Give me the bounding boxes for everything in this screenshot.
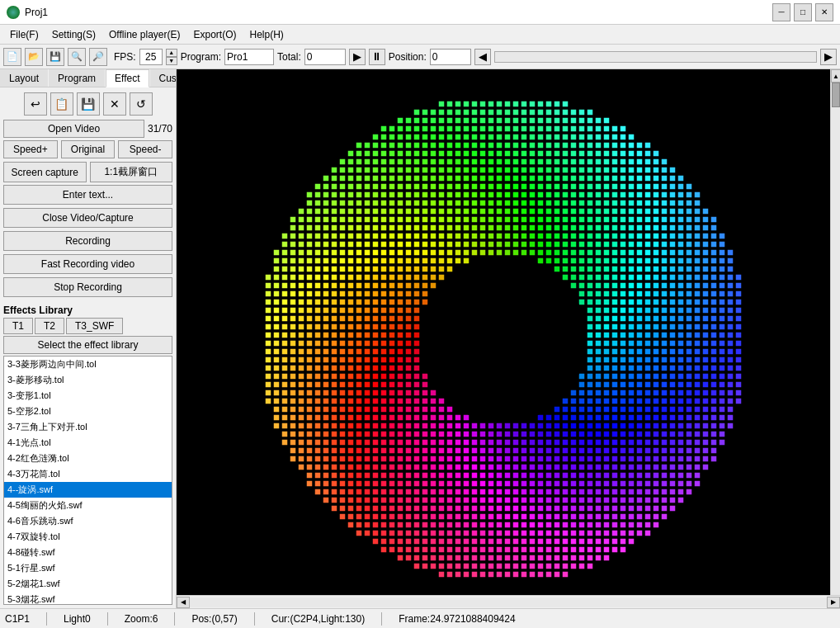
menu-file[interactable]: File(F) (3, 27, 45, 42)
video-count: 31/70 (148, 123, 172, 135)
status-div2 (107, 612, 108, 626)
status-bar: C1P1 Light0 Zoom:6 Pos:(0,57) Cur:(C2P4,… (0, 608, 840, 628)
menu-help[interactable]: Help(H) (243, 27, 290, 42)
pause-button[interactable]: ⏸ (369, 49, 385, 65)
status-div3 (174, 612, 175, 626)
recording-button[interactable]: Recording (3, 231, 172, 251)
minimize-button[interactable]: ─ (772, 3, 790, 21)
close-button[interactable]: ✕ (815, 3, 833, 21)
eff-tab-t1[interactable]: T1 (3, 318, 33, 334)
toolbar-open[interactable]: 📂 (25, 48, 43, 66)
status-div4 (254, 612, 255, 626)
eff-icon-delete[interactable]: ✕ (103, 92, 126, 116)
horizontal-scrollbar[interactable]: ◀ ▶ (177, 595, 840, 608)
speed-minus-button[interactable]: Speed- (118, 140, 172, 158)
close-video-button[interactable]: Close Video/Capture (3, 208, 172, 228)
tab-custom[interactable]: Custom (150, 69, 177, 87)
toolbar-save[interactable]: 💾 (46, 48, 64, 66)
select-library-button[interactable]: Select the effect library (3, 336, 172, 354)
hscroll-track (190, 597, 827, 607)
status-div5 (381, 612, 382, 626)
pos-end[interactable]: ▶ (820, 49, 837, 65)
eff-icon-insert[interactable]: ↩ (24, 92, 47, 116)
position-track[interactable] (494, 51, 817, 63)
effects-list-item[interactable]: 3-菱形移动.tol (4, 372, 172, 388)
title-bar: Proj1 ─ □ ✕ (0, 0, 840, 25)
effects-list-item[interactable]: 4--旋涡.swf (4, 482, 172, 498)
effects-list-item[interactable]: 4-7双旋转.tol (4, 529, 172, 545)
titlebar-left: Proj1 (7, 6, 48, 19)
icon-row: ↩ 📋 💾 ✕ ↺ (3, 91, 172, 117)
play-button[interactable]: ▶ (349, 49, 366, 65)
toolbar: 📄 📂 💾 🔍 🔎 FPS: ▲ ▼ Program: Total: ▶ ⏸ P… (0, 45, 840, 69)
effects-list-item[interactable]: 5-3烟花.swf (4, 592, 172, 605)
titlebar-controls: ─ □ ✕ (772, 3, 833, 21)
fps-input[interactable] (139, 49, 163, 65)
effects-list-item[interactable]: 3-3菱形两边向中间.tol (4, 356, 172, 372)
toolbar-new[interactable]: 📄 (3, 48, 21, 66)
menu-setting[interactable]: Setting(S) (45, 27, 102, 42)
effects-list-item[interactable]: 4-8碰转.swf (4, 545, 172, 560)
stop-recording-button[interactable]: Stop Recording (3, 277, 172, 297)
effects-list-item[interactable]: 4-1光点.tol (4, 435, 172, 451)
eff-icon-undo[interactable]: ↺ (130, 92, 153, 116)
status-div1 (46, 612, 47, 626)
fps-up[interactable]: ▲ (166, 49, 177, 57)
menu-export[interactable]: Export(O) (187, 27, 243, 42)
effects-list-item[interactable]: 5-2烟花1.swf (4, 576, 172, 592)
eff-tab-t2[interactable]: T2 (35, 318, 64, 334)
vscroll-up[interactable]: ▲ (831, 69, 840, 83)
status-frame: Frame:24.9721088409424 (399, 613, 515, 625)
speed-plus-button[interactable]: Speed+ (3, 140, 58, 158)
effects-list-item[interactable]: 4-6音乐跳动.swf (4, 513, 172, 529)
effects-list-item[interactable]: 4-5绚丽的火焰.swf (4, 498, 172, 513)
position-input[interactable] (430, 49, 471, 65)
effects-list-item[interactable]: 4-2红色涟漪.tol (4, 451, 172, 466)
program-label: Program: (181, 51, 221, 63)
vertical-scrollbar[interactable]: ▲ ▼ (830, 69, 840, 608)
program-input[interactable] (224, 49, 274, 65)
effects-library-title: Effects Library (3, 303, 172, 318)
window-button[interactable]: 1:1截屏窗口 (90, 162, 173, 182)
eff-tab-t3[interactable]: T3_SWF (66, 318, 123, 334)
enter-text-button[interactable]: Enter text... (3, 185, 172, 205)
effects-list-item[interactable]: 3-变形1.tol (4, 388, 172, 404)
original-button[interactable]: Original (61, 140, 116, 158)
toolbar-search1[interactable]: 🔍 (68, 48, 86, 66)
led-display (177, 69, 830, 608)
fast-recording-button[interactable]: Fast Recording video (3, 254, 172, 274)
status-light: Light0 (64, 613, 91, 625)
status-cur: Cur:(C2P4,Light:130) (271, 613, 365, 625)
open-video-row: Open Video 31/70 (3, 120, 172, 138)
hscroll-left[interactable]: ◀ (177, 597, 190, 608)
eff-icon-save[interactable]: 💾 (77, 92, 100, 116)
effects-list-item[interactable]: 3-7三角上下对开.tol (4, 419, 172, 435)
tab-effect[interactable]: Effect (106, 69, 149, 87)
pos-start[interactable]: ◀ (474, 49, 491, 65)
main-area: Layout Program Effect Custom ◀ ▶ ↩ 📋 💾 ✕… (0, 69, 840, 608)
effects-list-item[interactable]: 5-1行星.swf (4, 560, 172, 576)
led-canvas (177, 75, 829, 603)
fps-label: FPS: (114, 51, 136, 63)
maximize-button[interactable]: □ (794, 3, 812, 21)
status-pos: Pos:(0,57) (191, 613, 237, 625)
effects-list-item[interactable]: 5-空形2.tol (4, 404, 172, 419)
effect-panel: ↩ 📋 💾 ✕ ↺ Open Video 31/70 Speed+ Origin… (0, 87, 176, 608)
canvas-area: ▲ ▼ ◀ ▶ (177, 69, 840, 608)
fps-down[interactable]: ▼ (166, 57, 177, 65)
menu-offline[interactable]: Offline player(E) (102, 27, 186, 42)
hscroll-right[interactable]: ▶ (827, 597, 840, 608)
total-input[interactable] (304, 49, 346, 65)
open-video-button[interactable]: Open Video (3, 120, 144, 138)
effects-list-item[interactable]: 4-3万花筒.tol (4, 466, 172, 482)
toolbar-search2[interactable]: 🔎 (89, 48, 107, 66)
effects-tabs: T1 T2 T3_SWF (3, 318, 172, 334)
tab-program[interactable]: Program (49, 69, 105, 87)
eff-icon-copy[interactable]: 📋 (50, 92, 73, 116)
total-label: Total: (277, 51, 301, 63)
tab-layout[interactable]: Layout (0, 69, 48, 87)
screen-capture-button[interactable]: Screen capture (3, 162, 87, 182)
position-label: Position: (389, 51, 427, 63)
vscroll-thumb[interactable] (832, 83, 840, 107)
effects-list[interactable]: 3-3菱形两边向中间.tol3-菱形移动.tol3-变形1.tol5-空形2.t… (3, 356, 172, 605)
